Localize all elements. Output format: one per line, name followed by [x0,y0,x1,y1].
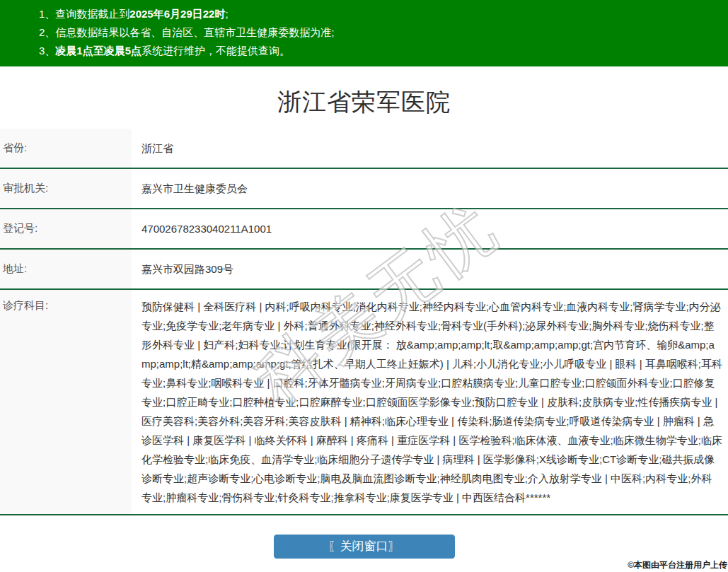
row-label: 诊疗科目: [0,289,132,515]
table-row-province: 省份: 浙江省 [0,129,728,168]
notice-item-text-after: 系统进行维护，不能提供查询。 [141,45,290,57]
row-value: 预防保健科 | 全科医疗科 | 内科;呼吸内科专业;消化内科专业;神经内科专业;… [132,289,728,515]
page-title: 浙江省荣军医院 [0,86,728,119]
row-label: 登记号: [0,209,132,249]
table-row-departments: 诊疗科目: 预防保健科 | 全科医疗科 | 内科;呼吸内科专业;消化内科专业;神… [0,289,728,515]
table-row-approval-authority: 审批机关: 嘉兴市卫生健康委员会 [0,168,728,209]
notice-item-text: 查询数据截止到 [55,8,129,20]
row-label: 审批机关: [0,168,132,209]
copyright-watermark: ©本图由平台注册用户上传 [628,559,727,571]
row-value: 浙江省 [132,129,728,168]
notice-item-bold: 凌晨1点至凌晨5点 [55,45,141,57]
row-value: 嘉兴市双园路309号 [132,249,728,289]
notice-item-bold: 2025年6月29日22时 [129,8,225,20]
row-label: 地址: [0,249,132,289]
row-value: 47002678233040211A1001 [132,209,728,249]
close-window-button[interactable]: 〖关闭窗口〗 [274,535,455,559]
notice-item-number: 2、 [39,26,55,38]
button-row: 〖关闭窗口〗 [0,535,728,559]
row-label: 省份: [0,129,132,168]
notice-banner: 1、查询数据截止到2025年6月29日22时; 2、信息数据结果以各省、自治区、… [0,0,728,66]
table-row-registration-number: 登记号: 47002678233040211A1001 [0,209,728,249]
row-value: 嘉兴市卫生健康委员会 [132,168,728,209]
table-row-address: 地址: 嘉兴市双园路309号 [0,249,728,289]
notice-item: 1、查询数据截止到2025年6月29日22时; [0,5,728,23]
info-table: 省份: 浙江省 审批机关: 嘉兴市卫生健康委员会 登记号: 4700267823… [0,129,728,515]
notice-item-text-after: ; [225,8,228,20]
notice-item-text: 信息数据结果以各省、自治区、直辖市卫生健康委数据为准; [55,26,334,38]
notice-item: 3、凌晨1点至凌晨5点系统进行维护，不能提供查询。 [0,42,728,60]
notice-item: 2、信息数据结果以各省、自治区、直辖市卫生健康委数据为准; [0,23,728,42]
notice-item-number: 1、 [39,8,55,20]
notice-item-number: 3、 [39,45,55,57]
